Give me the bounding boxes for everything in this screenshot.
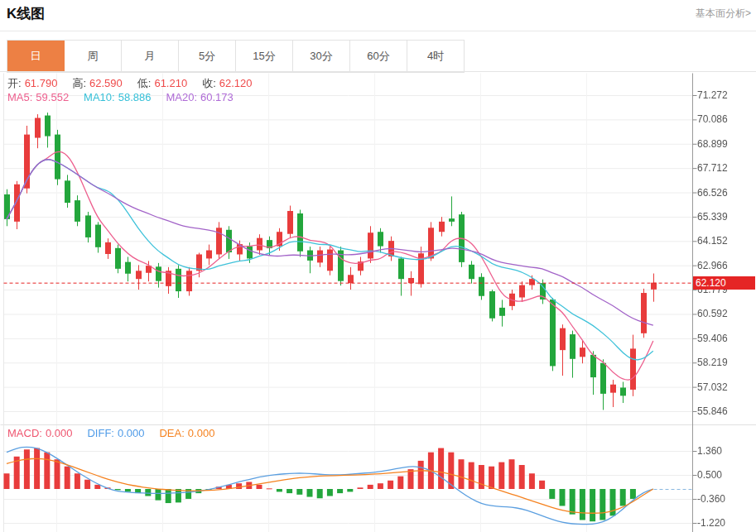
main-axis-label: 70.086 [697,113,755,126]
main-axis-label: 60.592 [697,307,755,320]
legend-item: DIFF:0.000 [87,427,147,439]
macd-axis-label: 1.360 [697,444,755,458]
macd-legend: MACD:0.000DIFF:0.000DEA:0.000 [7,427,229,439]
tab-period-4[interactable]: 15分 [236,41,293,72]
legend-item: MA20:60.173 [166,91,236,103]
kline-page: K线图 基本面分析> 日周月5分15分30分60分4时 开:61.790高:62… [0,0,756,532]
main-axis-label: 68.899 [697,137,755,151]
legend-item: DEA:0.000 [159,427,218,439]
tabbar-bottom-border [0,71,756,72]
macd-axis-label: -0.360 [697,492,755,506]
macd-axis-label: 0.500 [697,468,755,482]
legend-item: 低:61.210 [137,76,190,91]
tab-period-3[interactable]: 5分 [179,41,236,72]
page-title: K线图 [7,4,45,23]
main-axis-label: 55.846 [697,405,755,418]
period-tabbar: 日周月5分15分30分60分4时 [7,40,465,73]
tab-period-2[interactable]: 月 [122,41,179,72]
legend-item: MACD:0.000 [7,427,75,439]
current-price-badge: 62.120 [693,276,755,290]
legend-item: 收:62.120 [202,76,255,91]
main-axis-label: 58.219 [697,356,755,369]
main-axis-label: 57.032 [697,381,755,394]
fundamental-analysis-link[interactable]: 基本面分析> [696,7,751,21]
main-axis-label: 64.152 [697,234,755,247]
tab-period-0[interactable]: 日 [7,41,65,72]
main-axis-label: 71.272 [697,89,755,102]
legend-item: 高:62.590 [72,76,125,91]
tab-period-5[interactable]: 30分 [293,41,350,72]
main-axis-label: 65.339 [697,210,755,223]
title-divider [0,31,756,31]
macd-axis-label: -1.220 [697,516,755,530]
kline-chart-canvas[interactable] [0,73,756,532]
legend-item: MA5:59.552 [7,91,72,103]
main-axis-label: 67.712 [697,161,755,175]
tab-period-6[interactable]: 60分 [350,41,407,72]
main-axis-label: 59.406 [697,332,755,345]
legend-item: 开:61.790 [7,76,60,91]
tab-period-1[interactable]: 周 [65,41,122,72]
tab-period-7[interactable]: 4时 [407,41,465,72]
ma-legend: MA5:59.552MA10:58.886MA20:60.173 [7,91,248,103]
legend-item: MA10:58.886 [84,91,154,103]
main-axis-label: 66.526 [697,186,755,199]
main-axis-label: 62.966 [697,259,755,272]
ohlc-legend: 开:61.790高:62.590低:61.210收:62.120 [7,76,267,91]
